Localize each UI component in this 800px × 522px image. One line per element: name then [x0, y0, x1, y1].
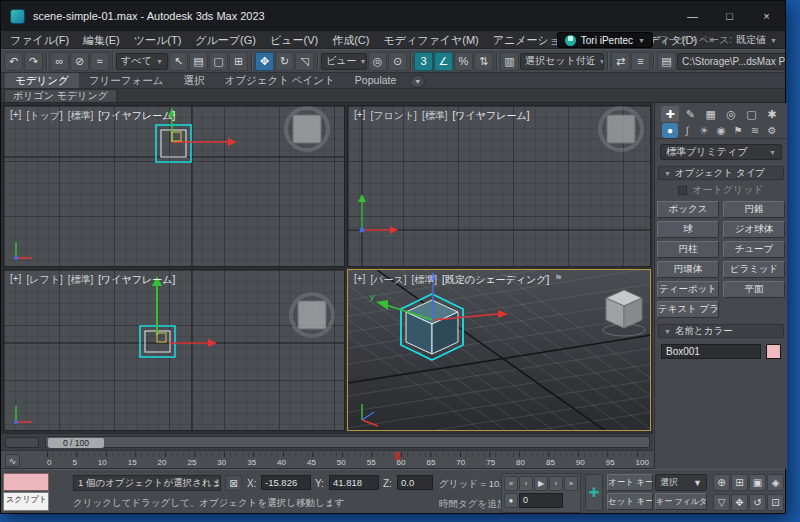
set-keys-button[interactable]: ✚ [585, 474, 603, 511]
play-button[interactable]: ▶ [534, 476, 548, 491]
create-tab[interactable]: ✚ [661, 106, 679, 122]
polygon-modeling-tab[interactable]: ポリゴン モデリング [4, 89, 117, 102]
orbit-button[interactable]: ↺ [749, 494, 766, 511]
motion-tab[interactable]: ◎ [722, 106, 740, 122]
set-key-button[interactable]: セット キー [607, 493, 653, 510]
window-crossing-button[interactable]: ⊞ [229, 52, 248, 71]
field-of-view-button[interactable]: ▽ [713, 494, 730, 511]
x-coordinate-field[interactable]: -15.826 [261, 475, 311, 490]
top-viewport[interactable]: [+] [トップ] [標準] [ワイヤフレーム] [3, 105, 345, 267]
select-object-button[interactable]: ↖ [169, 52, 188, 71]
zoom-extents-all-button[interactable]: ◈ [767, 474, 784, 491]
go-to-end-button[interactable]: » [564, 476, 578, 491]
auto-key-button[interactable]: オート キー [607, 474, 653, 491]
y-coordinate-field[interactable]: 41.818 [329, 475, 379, 490]
helpers-category-button[interactable]: ⚑ [730, 123, 746, 138]
viewport-standard-menu[interactable]: [標準] [68, 109, 94, 123]
menu-tools[interactable]: ツール(T) [127, 31, 189, 49]
viewport-shading-menu[interactable]: [既定のシェーディング] [442, 273, 549, 287]
viewport-pov-menu[interactable]: [レフト] [26, 273, 62, 287]
ribbon-tab-populate[interactable]: Populate [345, 73, 406, 88]
unlink-selection-button[interactable]: ⊘ [70, 52, 89, 71]
primitive-box-button[interactable]: ボックス [657, 201, 719, 218]
primitive-pyramid-button[interactable]: ピラミッド [723, 261, 785, 278]
utilities-tab[interactable]: ✱ [763, 106, 781, 122]
box001-object[interactable] [156, 125, 191, 162]
select-and-scale-button[interactable]: ◹ [295, 52, 314, 71]
previous-frame-button[interactable]: ‹ [519, 476, 533, 491]
viewport-pov-menu[interactable]: [パース] [370, 273, 406, 287]
maximize-button[interactable]: □ [711, 1, 748, 31]
reference-coordinate-dropdown[interactable]: ビュー▼ [321, 53, 367, 70]
menu-modifiers[interactable]: モディファイヤ(M) [376, 31, 485, 49]
selected-set-dropdown[interactable]: 選択 ▼ [655, 474, 707, 491]
menu-create[interactable]: 作成(C) [325, 31, 376, 49]
pan-button[interactable]: ✥ [731, 494, 748, 511]
time-slider-handle[interactable]: 0 / 100 [48, 438, 104, 448]
add-time-tag-field[interactable]: 時間タグを追加 [439, 498, 506, 511]
named-selection-sets-dropdown[interactable]: 選択セット付近▼ [520, 53, 604, 70]
menu-views[interactable]: ビュー(V) [263, 31, 325, 49]
viewport-standard-menu[interactable]: [標準] [422, 109, 448, 123]
scene-explorer-button[interactable]: ▤ [657, 52, 676, 71]
close-button[interactable]: × [748, 1, 785, 31]
move-gizmo[interactable] [168, 108, 237, 146]
menu-group[interactable]: グループ(G) [188, 31, 263, 49]
object-type-rollout-header[interactable]: ▼ オブジェクト タイプ [658, 166, 784, 180]
viewport-general-menu[interactable]: [+] [354, 109, 365, 123]
project-folder-dropdown[interactable]: C:\Storage\P...dsMax Project▼ [677, 53, 785, 70]
hierarchy-tab[interactable]: ▦ [702, 106, 720, 122]
align-button[interactable]: ≡ [631, 52, 650, 71]
ribbon-tab-selection[interactable]: 選択 [173, 73, 214, 88]
region-select-button[interactable]: ▢ [209, 52, 228, 71]
spinner-snap-button[interactable]: ⇅ [474, 52, 493, 71]
select-and-rotate-button[interactable]: ↻ [275, 52, 294, 71]
undo-button[interactable]: ↶ [4, 52, 23, 71]
view-cube[interactable] [603, 290, 645, 336]
viewport-pov-menu[interactable]: [フロント] [370, 109, 417, 123]
mirror-button[interactable]: ⇄ [611, 52, 630, 71]
menu-edit[interactable]: 編集(E) [76, 31, 127, 49]
primitive-cylinder-button[interactable]: 円柱 [657, 241, 719, 258]
systems-category-button[interactable]: ⚙ [764, 123, 780, 138]
next-frame-button[interactable]: › [549, 476, 563, 491]
viewport-general-menu[interactable]: [+] [10, 109, 21, 123]
viewport-general-menu[interactable]: [+] [354, 273, 365, 287]
lights-category-button[interactable]: ☀ [696, 123, 712, 138]
view-cube[interactable] [286, 108, 328, 150]
viewport-general-menu[interactable]: [+] [10, 273, 21, 287]
name-color-rollout-header[interactable]: ▼ 名前とカラー [658, 324, 784, 338]
select-and-move-button[interactable]: ✥ [255, 52, 274, 71]
primitive-textplus-button[interactable]: テキスト プラス [657, 301, 719, 318]
viewport-settings-flag-icon[interactable]: ⚑ [554, 273, 562, 287]
zoom-extents-button[interactable]: ▣ [749, 474, 766, 491]
primitive-sphere-button[interactable]: 球 [657, 221, 719, 238]
current-frame-field[interactable]: 0 [519, 493, 563, 508]
cameras-category-button[interactable]: ◉ [713, 123, 729, 138]
viewport-standard-menu[interactable]: [標準] [411, 273, 437, 287]
time-slider-track[interactable]: 0 / 100 [45, 436, 650, 448]
autogrid-checkbox[interactable] [678, 186, 687, 195]
selection-filter-dropdown[interactable]: すべて▼ [116, 53, 168, 70]
viewport-shading-menu[interactable]: [ワイヤフレーム] [98, 273, 175, 287]
workspace-selector[interactable]: ワークスペース: 既定値 ▼ [658, 33, 777, 47]
zoom-button[interactable]: ⊕ [713, 474, 730, 491]
mini-curve-editor-button[interactable]: ∿ [5, 454, 20, 467]
view-cube[interactable] [291, 294, 333, 336]
snap-toggle-button[interactable]: 3 [414, 52, 433, 71]
left-viewport[interactable]: [+] [レフト] [標準] [ワイヤフレーム] [3, 269, 345, 431]
bind-to-space-warp-button[interactable]: ≈ [90, 52, 109, 71]
viewport-standard-menu[interactable]: [標準] [68, 273, 94, 287]
user-account-button[interactable]: Tori iPentec ▼ [557, 32, 653, 48]
go-to-start-button[interactable]: « [504, 476, 518, 491]
ribbon-tab-freeform[interactable]: フリーフォーム [79, 73, 174, 88]
selection-lock-button[interactable]: ⊠ [225, 475, 242, 491]
primitive-plane-button[interactable]: 平面 [723, 281, 785, 298]
modify-tab[interactable]: ✎ [681, 106, 699, 122]
redo-button[interactable]: ↷ [24, 52, 43, 71]
maximize-viewport-button[interactable]: ⊡ [767, 494, 784, 511]
select-and-link-button[interactable]: ∞ [50, 52, 69, 71]
angle-snap-button[interactable]: ∠ [434, 52, 453, 71]
front-viewport[interactable]: [+] [フロント] [標準] [ワイヤフレーム] [347, 105, 651, 267]
view-cube[interactable] [600, 108, 642, 150]
